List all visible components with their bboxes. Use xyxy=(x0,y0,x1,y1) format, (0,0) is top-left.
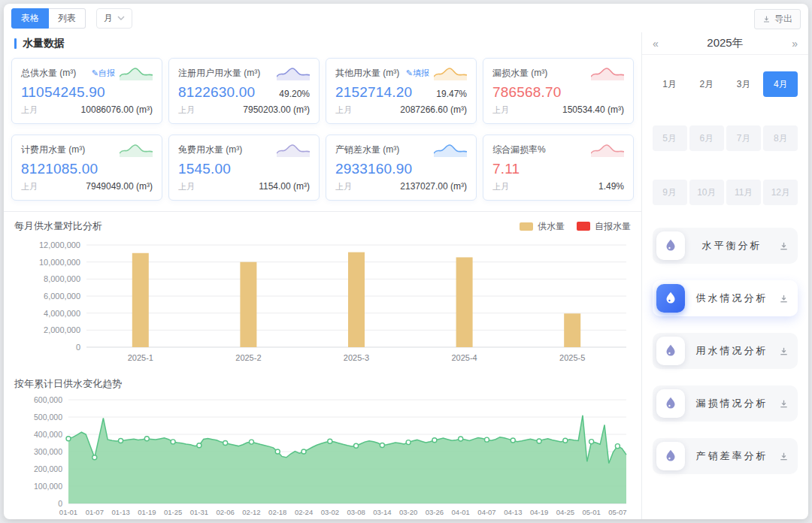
sparkline-icon xyxy=(591,142,624,157)
prev-month-label: 上月 xyxy=(492,104,509,116)
svg-text:04-01: 04-01 xyxy=(452,508,470,516)
view-switch: 表格 列表 xyxy=(11,8,86,29)
svg-text:02-18: 02-18 xyxy=(268,508,286,516)
month-jan[interactable]: 1月 xyxy=(653,71,687,97)
analysis-label: 供水情况分析 xyxy=(685,292,779,305)
card-title: 注册用户用水量 (m³) xyxy=(178,67,277,80)
svg-text:100,000: 100,000 xyxy=(34,482,62,491)
card-total-supply: 总供水量 (m³) ✎自报 11054245.90 上月 10086076.00… xyxy=(11,58,162,124)
fill-report-link[interactable]: ✎填报 xyxy=(406,68,429,79)
export-button[interactable]: 导出 xyxy=(754,9,801,29)
svg-text:02-06: 02-06 xyxy=(217,508,235,516)
card-title: 综合漏损率% xyxy=(492,144,591,156)
card-leakage-rate: 综合漏损率% 7.11 上月 1.49% xyxy=(483,135,634,201)
svg-text:01-31: 01-31 xyxy=(190,508,208,516)
month-mar[interactable]: 3月 xyxy=(726,71,761,97)
sparkline-icon xyxy=(120,65,153,80)
svg-text:0: 0 xyxy=(76,343,80,352)
svg-text:03-08: 03-08 xyxy=(347,508,365,516)
tab-list[interactable]: 列表 xyxy=(49,8,86,29)
analysis-item-water-balance[interactable]: 水平衡分析 xyxy=(653,228,798,264)
card-title: 总供水量 (m³) xyxy=(21,67,92,80)
calendar-header: « 2025年 » xyxy=(642,32,808,55)
svg-text:2,000,000: 2,000,000 xyxy=(44,325,80,334)
analysis-item-supply-situation[interactable]: 供水情况分析 xyxy=(653,280,798,316)
card-billed-usage: 计费用水量 (m³) 8121085.00 上月 7949049.00 (m³) xyxy=(11,135,162,201)
analysis-label: 水平衡分析 xyxy=(685,239,779,252)
area-chart: 0100,000200,000300,000400,000500,000600,… xyxy=(11,392,634,518)
prev-year-button[interactable]: « xyxy=(651,38,660,50)
month-apr[interactable]: 4月 xyxy=(763,71,798,97)
svg-text:03-14: 03-14 xyxy=(373,508,391,516)
prev-month-label: 上月 xyxy=(492,181,509,192)
card-free-usage: 免费用水量 (m³) 1545.00 上月 1154.00 (m³) xyxy=(168,135,320,201)
svg-text:600,000: 600,000 xyxy=(34,395,62,404)
month-sep: 9月 xyxy=(653,180,687,205)
svg-text:200,000: 200,000 xyxy=(34,464,62,473)
download-icon[interactable] xyxy=(779,452,789,461)
stat-cards: 总供水量 (m³) ✎自报 11054245.90 上月 10086076.00… xyxy=(4,58,641,201)
svg-text:400,000: 400,000 xyxy=(34,430,62,439)
card-percent: 19.47% xyxy=(436,89,467,99)
svg-text:2025-5: 2025-5 xyxy=(559,353,585,362)
svg-text:500,000: 500,000 xyxy=(34,413,62,422)
water-drop-icon xyxy=(656,231,685,260)
water-drop-icon xyxy=(656,442,685,470)
svg-text:2025-4: 2025-4 xyxy=(451,353,477,362)
legend-label: 供水量 xyxy=(538,220,565,233)
card-leakage-volume: 漏损水量 (m³) 786568.70 上月 150534.40 (m³) xyxy=(483,58,634,124)
legend-self-report: 自报水量 xyxy=(577,220,631,233)
side-panel: « 2025年 » 1月 2月 3月 4月 5月 6月 7月 8月 9月 10月… xyxy=(641,32,808,519)
svg-text:03-02: 03-02 xyxy=(321,508,339,516)
card-title: 计费用水量 (m³) xyxy=(21,144,120,156)
card-value: 1545.00 xyxy=(178,161,231,177)
water-drop-icon xyxy=(656,337,685,365)
card-registered-usage: 注册用户用水量 (m³) 8122630.00 49.20% 上月 795020… xyxy=(168,58,320,124)
download-icon[interactable] xyxy=(779,294,789,304)
svg-text:10,000,000: 10,000,000 xyxy=(39,258,80,267)
analysis-item-nrw-rate[interactable]: 产销差率分析 xyxy=(653,438,798,474)
legend: 供水量 自报水量 xyxy=(520,220,631,233)
svg-text:05-01: 05-01 xyxy=(582,508,600,516)
prev-month-value: 1.49% xyxy=(598,181,624,192)
month-feb[interactable]: 2月 xyxy=(689,71,724,97)
period-dropdown[interactable]: 月 xyxy=(96,8,132,29)
daily-supply-chart-block: 按年累计日供水变化趋势 0100,000200,000300,000400,00… xyxy=(4,370,641,519)
month-dec: 12月 xyxy=(763,180,798,205)
prev-month-value: 10086076.00 (m³) xyxy=(81,104,153,115)
svg-text:2025-1: 2025-1 xyxy=(128,353,153,362)
card-value: 7.11 xyxy=(492,161,520,177)
sparkline-icon xyxy=(434,65,467,80)
analysis-label: 产销差率分析 xyxy=(685,449,779,463)
section-header: 水量数据 xyxy=(4,32,641,58)
analysis-label: 用水情况分析 xyxy=(685,344,779,358)
analysis-item-usage-situation[interactable]: 用水情况分析 xyxy=(653,333,798,369)
card-title: 产销差水量 (m³) xyxy=(335,144,434,156)
edit-icon: ✎ xyxy=(406,68,413,77)
svg-text:0: 0 xyxy=(58,499,62,508)
sparkline-icon xyxy=(277,65,310,80)
month-oct: 10月 xyxy=(689,180,724,205)
svg-text:04-19: 04-19 xyxy=(530,508,548,516)
dashboard: 表格 列表 月 导出 水量数据 总供水量 (m³) ✎自报 xyxy=(4,4,808,519)
svg-text:02-24: 02-24 xyxy=(295,508,313,516)
download-icon[interactable] xyxy=(779,399,789,409)
legend-swatch-self-report xyxy=(577,222,590,231)
water-drop-icon xyxy=(656,284,685,313)
svg-text:02-12: 02-12 xyxy=(242,508,260,516)
card-title: 免费用水量 (m³) xyxy=(178,144,277,156)
svg-text:8,000,000: 8,000,000 xyxy=(44,274,80,283)
page-title: 水量数据 xyxy=(23,37,65,50)
prev-month-label: 上月 xyxy=(335,104,352,116)
tab-table[interactable]: 表格 xyxy=(11,8,49,29)
area-chart-title: 按年累计日供水变化趋势 xyxy=(14,377,122,391)
analysis-item-leakage-situation[interactable]: 漏损情况分析 xyxy=(653,385,798,422)
download-icon[interactable] xyxy=(779,241,789,251)
bar-chart: 02,000,0004,000,0006,000,0008,000,00010,… xyxy=(11,234,634,367)
card-title: 漏损水量 (m³) xyxy=(492,67,591,80)
self-report-link[interactable]: ✎自报 xyxy=(92,68,115,79)
card-nonrevenue-water: 产销差水量 (m³) 2933160.90 上月 2137027.00 (m³) xyxy=(326,135,477,201)
next-year-button[interactable]: » xyxy=(790,38,799,50)
download-icon[interactable] xyxy=(779,346,789,356)
svg-text:04-13: 04-13 xyxy=(504,508,522,516)
